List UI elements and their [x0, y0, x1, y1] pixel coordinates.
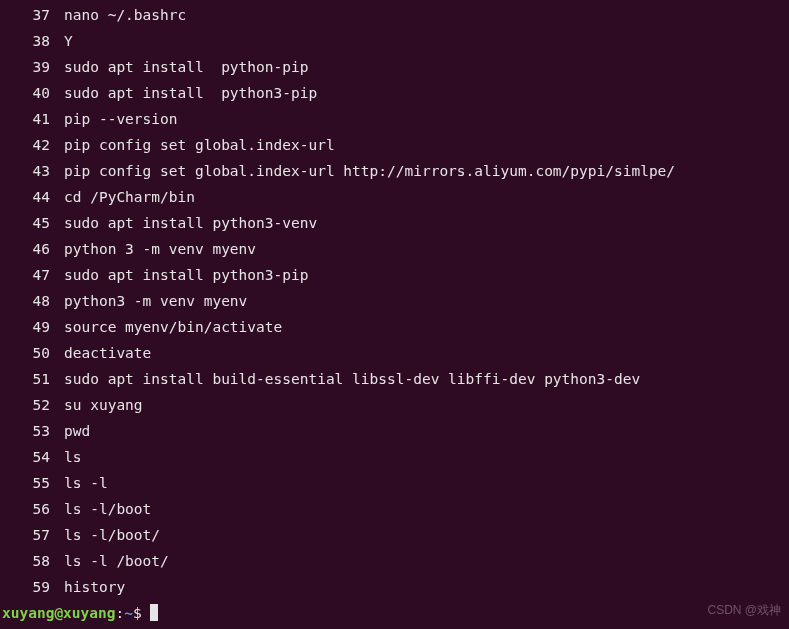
history-command: python3 -m venv myenv — [64, 288, 247, 314]
prompt-path: ~ — [124, 605, 133, 621]
history-number: 54 — [2, 444, 64, 470]
history-line: 38Y — [2, 28, 789, 54]
history-line: 51sudo apt install build-essential libss… — [2, 366, 789, 392]
history-number: 41 — [2, 106, 64, 132]
history-command: source myenv/bin/activate — [64, 314, 282, 340]
history-command: pip config set global.index-url — [64, 132, 335, 158]
history-line: 43pip config set global.index-url http:/… — [2, 158, 789, 184]
history-line: 41pip --version — [2, 106, 789, 132]
history-command: ls — [64, 444, 81, 470]
history-number: 42 — [2, 132, 64, 158]
history-command: cd /PyCharm/bin — [64, 184, 195, 210]
history-line: 57ls -l/boot/ — [2, 522, 789, 548]
prompt-line[interactable]: xuyang@xuyang:~$ — [2, 600, 789, 626]
history-number: 53 — [2, 418, 64, 444]
history-command: sudo apt install python-pip — [64, 54, 308, 80]
prompt-user: xuyang@xuyang — [2, 605, 116, 621]
prompt-dollar: $ — [133, 605, 150, 621]
history-command: nano ~/.bashrc — [64, 2, 186, 28]
history-number: 48 — [2, 288, 64, 314]
history-number: 58 — [2, 548, 64, 574]
history-command: python 3 -m venv myenv — [64, 236, 256, 262]
history-command: pwd — [64, 418, 90, 444]
history-number: 55 — [2, 470, 64, 496]
history-number: 49 — [2, 314, 64, 340]
history-command: sudo apt install python3-pip — [64, 80, 317, 106]
history-command: pip --version — [64, 106, 178, 132]
history-number: 43 — [2, 158, 64, 184]
history-line: 55ls -l — [2, 470, 789, 496]
history-number: 40 — [2, 80, 64, 106]
history-number: 47 — [2, 262, 64, 288]
history-line: 42pip config set global.index-url — [2, 132, 789, 158]
prompt-colon: : — [116, 605, 125, 621]
history-line: 59history — [2, 574, 789, 600]
history-command: history — [64, 574, 125, 600]
history-command: sudo apt install build-essential libssl-… — [64, 366, 640, 392]
history-number: 57 — [2, 522, 64, 548]
history-number: 56 — [2, 496, 64, 522]
history-line: 52su xuyang — [2, 392, 789, 418]
history-number: 44 — [2, 184, 64, 210]
history-line: 49source myenv/bin/activate — [2, 314, 789, 340]
history-line: 45sudo apt install python3-venv — [2, 210, 789, 236]
history-line: 44cd /PyCharm/bin — [2, 184, 789, 210]
history-command: sudo apt install python3-venv — [64, 210, 317, 236]
watermark: CSDN @戏神 — [707, 597, 781, 623]
history-number: 50 — [2, 340, 64, 366]
history-command: deactivate — [64, 340, 151, 366]
history-number: 46 — [2, 236, 64, 262]
history-number: 45 — [2, 210, 64, 236]
history-line: 54ls — [2, 444, 789, 470]
history-command: ls -l/boot/ — [64, 522, 160, 548]
cursor-icon — [150, 604, 158, 621]
history-line: 48python3 -m venv myenv — [2, 288, 789, 314]
history-line: 50deactivate — [2, 340, 789, 366]
history-line: 56ls -l/boot — [2, 496, 789, 522]
history-command: sudo apt install python3-pip — [64, 262, 308, 288]
history-number: 39 — [2, 54, 64, 80]
history-command: Y — [64, 28, 73, 54]
history-number: 51 — [2, 366, 64, 392]
history-number: 59 — [2, 574, 64, 600]
history-command: ls -l — [64, 470, 108, 496]
history-number: 38 — [2, 28, 64, 54]
history-command: su xuyang — [64, 392, 143, 418]
history-line: 47sudo apt install python3-pip — [2, 262, 789, 288]
history-line: 37nano ~/.bashrc — [2, 2, 789, 28]
history-line: 58ls -l /boot/ — [2, 548, 789, 574]
history-command: ls -l /boot/ — [64, 548, 169, 574]
terminal-output[interactable]: 37nano ~/.bashrc38Y39sudo apt install py… — [0, 0, 789, 626]
history-line: 40sudo apt install python3-pip — [2, 80, 789, 106]
history-line: 46python 3 -m venv myenv — [2, 236, 789, 262]
history-command: pip config set global.index-url http://m… — [64, 158, 675, 184]
history-line: 53pwd — [2, 418, 789, 444]
history-line: 39sudo apt install python-pip — [2, 54, 789, 80]
history-command: ls -l/boot — [64, 496, 151, 522]
history-number: 37 — [2, 2, 64, 28]
history-number: 52 — [2, 392, 64, 418]
